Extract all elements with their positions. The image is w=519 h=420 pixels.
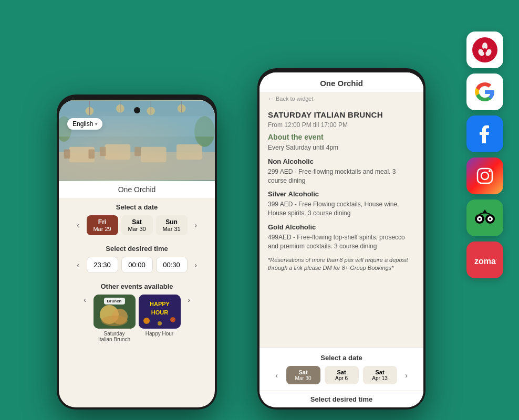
date-date-sat: Mar 30 xyxy=(127,226,148,232)
event-title: SATURDAY ITALIAN BRUNCH xyxy=(268,110,415,119)
date2-date-2: Apr 6 xyxy=(331,375,352,381)
booking-notice: *Reservations of more than 8 pax will re… xyxy=(268,256,415,272)
date-date-sun: Mar 31 xyxy=(161,226,182,232)
app-icon-orchid[interactable] xyxy=(466,32,503,68)
svg-point-37 xyxy=(489,170,491,172)
about-text: Every Saturday until 4pm xyxy=(268,143,415,152)
svg-point-29 xyxy=(170,317,175,322)
other-events-title: Other events available xyxy=(65,282,209,290)
tripadvisor-icon xyxy=(473,207,496,228)
back-arrow-icon: ← xyxy=(268,96,274,102)
google-icon xyxy=(474,81,495,102)
chevron-down-icon: ▾ xyxy=(95,122,97,127)
date2-next-arrow[interactable]: › xyxy=(401,370,412,381)
date-next-arrow[interactable]: › xyxy=(191,220,201,230)
language-dropdown[interactable]: English ▾ xyxy=(67,118,102,130)
front-camera xyxy=(134,107,140,113)
app-icon-instagram[interactable] xyxy=(466,158,503,194)
language-label: English xyxy=(72,120,93,128)
phone-left: English ▾ One Orchid Select a date ‹ Fri… xyxy=(57,94,217,410)
svg-text:HOUR: HOUR xyxy=(151,309,168,316)
orchid-logo xyxy=(472,37,497,62)
about-title: About the event xyxy=(268,133,415,141)
date-day-fri: Fri xyxy=(92,218,113,226)
svg-text:HAPPY: HAPPY xyxy=(150,301,170,307)
date-section-bottom: Select a date ‹ Sat Mar 30 Sat Apr 6 Sat… xyxy=(260,347,423,391)
package-1-desc: 299 AED - Free-flowing mocktails and mea… xyxy=(268,167,415,185)
svg-point-40 xyxy=(479,218,481,220)
date2-day-1: Sat xyxy=(293,369,314,375)
date-chip-fri[interactable]: Fri Mar 29 xyxy=(87,215,118,235)
app-icon-tripadvisor[interactable] xyxy=(466,200,503,236)
event-card-happy-hour[interactable]: HAPPY HOUR xyxy=(139,295,181,329)
select-time-label: Select desired time xyxy=(310,395,373,403)
date2-date-3: Apr 13 xyxy=(369,375,391,381)
date2-day-2: Sat xyxy=(331,369,352,375)
date2-day-3: Sat xyxy=(369,369,391,375)
back-to-widget-link[interactable]: ← Back to widget xyxy=(260,92,423,105)
time-next-arrow[interactable]: › xyxy=(191,260,201,270)
event-card-brunch[interactable]: Brunch xyxy=(94,295,136,329)
package-3-desc: 499AED - Free-flowing top-shelf spirits,… xyxy=(268,233,415,251)
facebook-icon xyxy=(474,123,495,144)
events-prev-arrow[interactable]: ‹ xyxy=(80,295,90,305)
app-icon-zomato[interactable]: zomato xyxy=(466,242,503,278)
restaurant-name-bar: One Orchid xyxy=(59,181,215,198)
date2-chip-apr13[interactable]: Sat Apr 13 xyxy=(363,366,397,384)
svg-point-24 xyxy=(101,316,128,326)
instagram-icon xyxy=(474,165,495,186)
time-section-title: Select desired time xyxy=(65,245,209,253)
app-icon-facebook[interactable] xyxy=(466,116,503,152)
svg-point-34 xyxy=(483,48,487,52)
phone-right: One Orchid ← Back to widget SATURDAY ITA… xyxy=(257,68,425,410)
time-chip-3[interactable]: 00:30 xyxy=(156,257,188,273)
zomato-icon: zomato xyxy=(473,253,496,267)
happy-hour-caption: Happy Hour xyxy=(139,331,181,337)
events-next-arrow[interactable]: › xyxy=(184,295,194,305)
svg-text:zomato: zomato xyxy=(474,257,496,266)
svg-point-28 xyxy=(143,318,150,324)
time-chip-1[interactable]: 23:30 xyxy=(87,257,118,273)
restaurant-name: One Orchid xyxy=(118,185,156,194)
package-2-desc: 399 AED - Free Flowing cocktails, House … xyxy=(268,200,415,218)
time-prev-arrow[interactable]: ‹ xyxy=(73,260,84,270)
svg-point-36 xyxy=(481,172,489,180)
date-chip-sat[interactable]: Sat Mar 30 xyxy=(121,215,153,235)
date2-chip-apr6[interactable]: Sat Apr 6 xyxy=(325,366,359,384)
date-section-title-2: Select a date xyxy=(268,354,415,362)
phone-right-header: One Orchid xyxy=(260,72,423,92)
event-detail-scroll[interactable]: SATURDAY ITALIAN BRUNCH From 12:00 PM ti… xyxy=(260,105,423,347)
brunch-caption: SaturdayItalian Brunch xyxy=(94,331,136,342)
time-chip-2[interactable]: 00:00 xyxy=(121,257,153,273)
app-icons-column: zomato xyxy=(466,32,503,278)
svg-point-30 xyxy=(158,321,162,326)
date2-date-1: Mar 30 xyxy=(293,375,314,381)
brunch-label: Brunch xyxy=(104,298,125,304)
date-section-title: Select a date xyxy=(65,203,209,211)
date-day-sun: Sun xyxy=(161,218,182,226)
date-day-sat: Sat xyxy=(127,218,148,226)
package-1-title: Non Alcoholic xyxy=(268,158,415,165)
date2-prev-arrow[interactable]: ‹ xyxy=(272,370,282,381)
svg-marker-44 xyxy=(483,209,487,213)
event-time: From 12:00 PM till 17:00 PM xyxy=(268,121,415,129)
phone-right-title: One Orchid xyxy=(268,79,415,88)
svg-point-43 xyxy=(489,218,491,220)
package-3-title: Gold Alcoholic xyxy=(268,223,415,231)
back-label: Back to widget xyxy=(276,96,314,102)
date-prev-arrow[interactable]: ‹ xyxy=(73,220,84,230)
app-icon-google[interactable] xyxy=(466,74,503,110)
select-time-bar: Select desired time xyxy=(260,391,423,407)
restaurant-image: English ▾ xyxy=(59,100,215,181)
date-date-fri: Mar 29 xyxy=(92,226,113,232)
date-chip-sun[interactable]: Sun Mar 31 xyxy=(156,215,188,235)
date2-chip-mar30[interactable]: Sat Mar 30 xyxy=(286,366,320,384)
package-2-title: Silver Alcoholic xyxy=(268,190,415,198)
